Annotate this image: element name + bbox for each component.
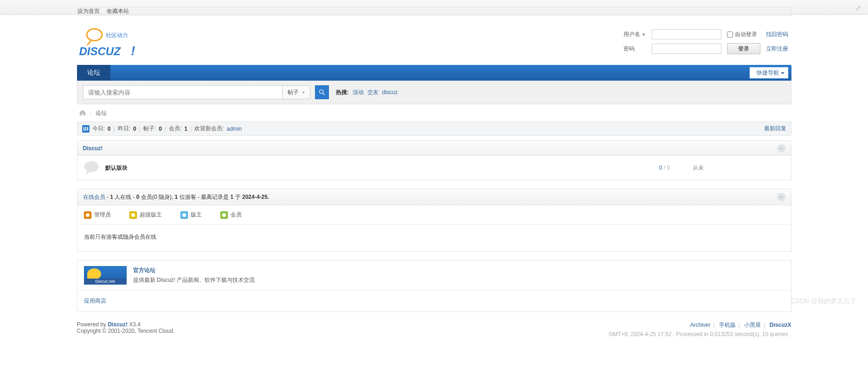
autologin-label: 自动登录 xyxy=(735,31,757,38)
forum-bubble-icon xyxy=(83,160,100,175)
stats-icon[interactable] xyxy=(82,125,90,133)
login-button[interactable]: 登录 xyxy=(727,43,760,54)
username-dropdown-icon[interactable]: ▼ xyxy=(642,32,646,37)
official-forum-desc: 提供最新 Discuz! 产品新闻、软件下载与技术交流 xyxy=(133,276,255,284)
login-area: 用户名▼ 自动登录 找回密码 密码 登录 立即注册 xyxy=(620,27,791,57)
discuz-product-link[interactable]: Discuz! xyxy=(108,321,128,328)
search-bar: 帖子 热搜: 活动 交友 discuz xyxy=(77,81,791,104)
username-input[interactable] xyxy=(652,29,721,39)
blackroom-link[interactable]: 小黑屋 xyxy=(744,322,761,328)
hot-link-2[interactable]: discuz xyxy=(382,89,398,95)
forum-row: 默认版块 0 / 0 从未 xyxy=(77,156,791,180)
online-legend: 管理员 超级版主 版主 会员 xyxy=(77,205,791,225)
mod-icon xyxy=(180,211,188,219)
footer-meta: GMT+8, 2024-4-25 17:52 , Processed in 0.… xyxy=(609,331,791,337)
svg-text:社区动力: 社区动力 xyxy=(105,32,128,38)
quicknav-button[interactable]: 快捷导航 xyxy=(749,67,789,79)
copyright-label: Copyright © 2001-2020, Tencent Cloud. xyxy=(77,328,175,334)
search-input[interactable] xyxy=(83,85,283,99)
password-input[interactable] xyxy=(652,44,721,54)
members-value: 1 xyxy=(184,126,187,132)
forum-lastpost: 从未 xyxy=(693,164,785,172)
forum-counts: 0 / 0 xyxy=(637,165,693,171)
breadcrumb: › 论坛 xyxy=(77,104,791,121)
category-header: Discuz! − xyxy=(77,141,791,156)
appstore-link[interactable]: 应用商店 xyxy=(84,298,106,304)
favorite-link[interactable]: 收藏本站 xyxy=(107,8,129,14)
password-label: 密码 xyxy=(624,45,635,52)
forum-name-link[interactable]: 默认版块 xyxy=(105,164,637,172)
links-block: 官方论坛 提供最新 Discuz! 产品新闻、软件下载与技术交流 应用商店 xyxy=(77,260,791,312)
official-logo-icon[interactable] xyxy=(84,266,127,285)
category-block: Discuz! − 默认版块 0 / 0 从未 xyxy=(77,140,791,180)
set-home-link[interactable]: 设为首页 xyxy=(77,8,100,14)
brand-link[interactable]: DiscuzX xyxy=(770,322,791,328)
top-strip: 设为首页 收藏本站 ⤢ xyxy=(0,0,868,15)
yesterday-label: 昨日: xyxy=(118,125,130,133)
autologin-checkbox[interactable] xyxy=(727,32,733,38)
posts-value: 0 xyxy=(159,126,162,132)
svg-line-5 xyxy=(323,93,325,95)
official-link-row: 官方论坛 提供最新 Discuz! 产品新闻、软件下载与技术交流 xyxy=(77,261,791,291)
online-block: 在线会员 - 1 人在线 - 0 会员(0 隐身), 1 位游客 - 最高记录是… xyxy=(77,189,791,252)
search-type-dropdown[interactable]: 帖子 xyxy=(283,85,310,99)
footer: Powered by Discuz! X3.4 Copyright © 2001… xyxy=(77,321,791,337)
online-header: 在线会员 - 1 人在线 - 0 会员(0 隐身), 1 位游客 - 最高记录是… xyxy=(77,189,791,205)
powered-by-label: Powered by xyxy=(77,321,108,328)
smod-label: 超级版主 xyxy=(140,211,162,219)
watermark: CSDN @我的梦又忘了 xyxy=(791,297,856,305)
mod-label: 版主 xyxy=(191,211,202,219)
today-value: 0 xyxy=(108,126,111,132)
header: 社区动力 DISCUZ ! 用户名▼ 自动登录 找回密码 密码 登录 立即注册 xyxy=(77,15,791,65)
hot-link-0[interactable]: 活动 xyxy=(353,89,364,96)
breadcrumb-current: 论坛 xyxy=(96,109,107,117)
welcome-label: 欢迎新会员: xyxy=(194,125,224,133)
official-forum-link[interactable]: 官方论坛 xyxy=(133,267,155,273)
hot-search: 热搜: 活动 交友 discuz xyxy=(336,89,398,96)
admin-icon xyxy=(84,211,91,219)
svg-point-6 xyxy=(84,161,98,172)
home-icon[interactable] xyxy=(79,109,86,118)
main-nav: 论坛 快捷导航 xyxy=(77,65,791,81)
members-label: 会员: xyxy=(169,125,181,133)
breadcrumb-sep: › xyxy=(90,110,92,117)
collapse-online-icon[interactable]: − xyxy=(777,193,785,201)
yesterday-value: 0 xyxy=(133,126,136,132)
admin-label: 管理员 xyxy=(94,211,111,219)
find-password-link[interactable]: 找回密码 xyxy=(766,31,788,38)
svg-text:!: ! xyxy=(131,44,135,58)
new-member-link[interactable]: admin xyxy=(226,126,242,132)
discuz-logo[interactable]: 社区动力 DISCUZ ! xyxy=(77,23,147,60)
online-title: 在线会员 - 1 人在线 - 0 会员(0 隐身), 1 位游客 - 最高记录是… xyxy=(83,193,270,201)
collapse-top-icon[interactable]: ⤢ xyxy=(855,4,861,13)
version-label: X3.4 xyxy=(128,321,141,328)
mobile-link[interactable]: 手机版 xyxy=(719,322,736,328)
stats-bar: 今日: 0 | 昨日: 0 | 帖子: 0 | 会员: 1 | 欢迎新会员: a… xyxy=(77,121,791,136)
register-link[interactable]: 立即注册 xyxy=(766,45,788,52)
latest-reply-link[interactable]: 最新回复 xyxy=(764,125,786,133)
posts-label: 帖子: xyxy=(143,125,156,133)
hot-label: 热搜: xyxy=(336,89,349,96)
username-label: 用户名 xyxy=(624,31,640,38)
category-name-link[interactable]: Discuz! xyxy=(83,145,103,152)
nav-tab-forum[interactable]: 论坛 xyxy=(77,65,110,81)
archiver-link[interactable]: Archiver xyxy=(690,322,710,328)
svg-point-0 xyxy=(87,29,102,41)
svg-point-4 xyxy=(319,90,323,94)
search-icon xyxy=(318,89,326,96)
smod-icon xyxy=(129,211,137,219)
online-title-link[interactable]: 在线会员 xyxy=(83,194,105,200)
member-label: 会员 xyxy=(231,211,242,219)
today-label: 今日: xyxy=(92,125,105,133)
online-message: 当前只有游客或隐身会员在线 xyxy=(77,225,791,251)
search-button[interactable] xyxy=(315,85,329,99)
member-icon xyxy=(220,211,228,219)
hot-link-1[interactable]: 交友 xyxy=(367,89,379,96)
collapse-category-icon[interactable]: − xyxy=(777,144,785,153)
svg-text:DISCUZ: DISCUZ xyxy=(79,45,121,57)
